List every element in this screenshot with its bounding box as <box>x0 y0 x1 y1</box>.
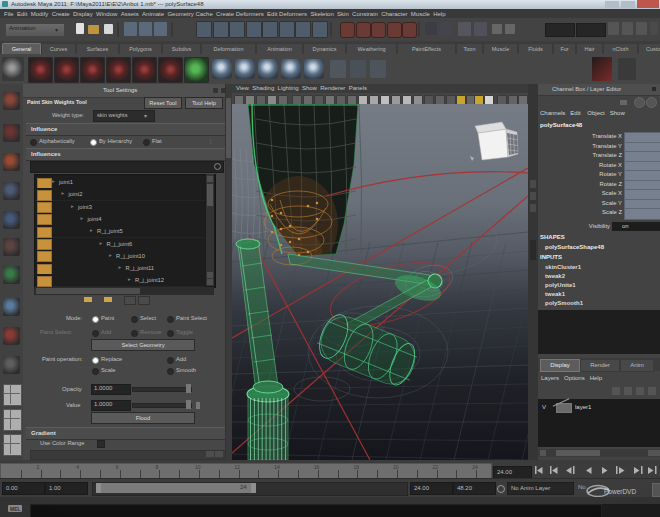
svg-text:PowerDVD: PowerDVD <box>604 488 636 495</box>
